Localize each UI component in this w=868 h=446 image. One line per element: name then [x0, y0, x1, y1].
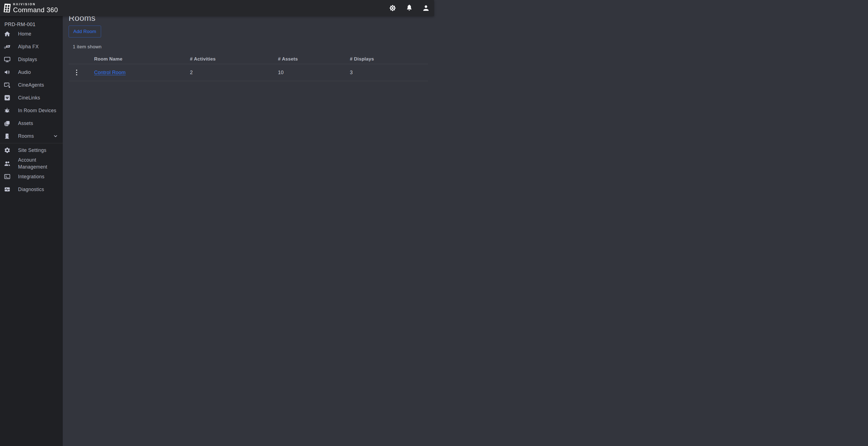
sidebar: PRD-RM-001 Home Alpha FX Displays Audio …: [0, 16, 63, 223]
displays-count: 3: [350, 70, 428, 76]
sidebar-item-icon: [4, 56, 10, 63]
brand-name: HΛIVISION: [13, 3, 58, 6]
room-name-link[interactable]: Control Room: [94, 70, 190, 76]
sidebar-item[interactable]: Home: [0, 28, 63, 40]
column-header: # Activities: [190, 56, 278, 62]
site-label: PRD-RM-001: [0, 16, 63, 28]
sidebar-item[interactable]: CineAgents: [0, 79, 63, 91]
sidebar-item-icon: [4, 173, 10, 180]
sidebar-item[interactable]: Integrations: [0, 170, 63, 183]
sidebar-item-label: In Room Devices: [18, 107, 56, 114]
sidebar-item-icon: [4, 82, 10, 88]
sidebar-item-icon: [4, 107, 10, 114]
sidebar-item[interactable]: Diagnostics: [0, 183, 63, 196]
notifications-bell-icon[interactable]: [405, 4, 413, 12]
sidebar-item-label: Audio: [18, 69, 31, 76]
column-header: # Assets: [278, 56, 350, 62]
sidebar-item[interactable]: Assets: [0, 117, 63, 130]
sidebar-item-icon: [4, 43, 10, 50]
topbar-actions: [389, 4, 430, 12]
haivision-logo-icon: [3, 3, 11, 13]
column-header: # Displays: [350, 56, 428, 62]
sidebar-item-icon: [4, 120, 10, 127]
sidebar-item-label: CineAgents: [18, 82, 44, 89]
sidebar-item[interactable]: Site Settings: [0, 144, 63, 157]
row-kebab-menu-icon[interactable]: [73, 67, 86, 78]
sidebar-item-label: Rooms: [18, 133, 34, 140]
table-row: Control Room 2 10 3: [69, 64, 428, 81]
column-header: Room Name: [94, 56, 190, 62]
sidebar-item-icon: [4, 147, 10, 154]
assets-count: 10: [278, 70, 350, 76]
sidebar-item-label: Account Management: [18, 157, 59, 170]
chevron-down-icon[interactable]: [53, 133, 58, 139]
sidebar-item[interactable]: In Room Devices: [0, 104, 63, 117]
sidebar-item-label: Alpha FX: [18, 43, 39, 50]
items-shown-count: 1 item shown: [73, 44, 434, 50]
sidebar-item-label: Integrations: [18, 173, 44, 180]
add-room-button[interactable]: Add Room: [69, 26, 101, 37]
table-header-row: Room Name# Activities# Assets# Displays: [69, 54, 428, 64]
sidebar-item-label: Displays: [18, 56, 37, 63]
sidebar-item-icon: [4, 69, 10, 76]
rooms-table: Room Name# Activities# Assets# Displays …: [69, 54, 428, 81]
sidebar-item[interactable]: Alpha FX: [0, 40, 63, 53]
sidebar-item-label: CineLinks: [18, 94, 40, 101]
settings-gear-icon[interactable]: [389, 4, 397, 12]
sidebar-item-icon: [4, 160, 10, 167]
sidebar-item-icon: [4, 186, 10, 193]
sidebar-item[interactable]: Displays: [0, 53, 63, 66]
sidebar-item-icon: [4, 133, 10, 140]
product-name: Command 360: [13, 7, 58, 13]
sidebar-item-label: Assets: [18, 120, 33, 127]
sidebar-item[interactable]: Audio: [0, 66, 63, 79]
activities-count: 2: [190, 70, 278, 76]
sidebar-item[interactable]: Account Management: [0, 157, 63, 170]
topbar: HΛIVISION Command 360: [0, 0, 434, 16]
sidebar-item[interactable]: CineLinks: [0, 91, 63, 104]
sidebar-item-label: Site Settings: [18, 147, 46, 154]
sidebar-item[interactable]: Rooms: [0, 130, 63, 143]
sidebar-item-label: Home: [18, 31, 31, 37]
account-person-icon[interactable]: [422, 4, 430, 12]
sidebar-item-icon: [4, 31, 10, 37]
sidebar-item-label: Diagnostics: [18, 186, 44, 193]
sidebar-section-divider: [0, 143, 63, 143]
brand-logo: HΛIVISION Command 360: [3, 3, 58, 13]
sidebar-item-icon: [4, 94, 10, 101]
